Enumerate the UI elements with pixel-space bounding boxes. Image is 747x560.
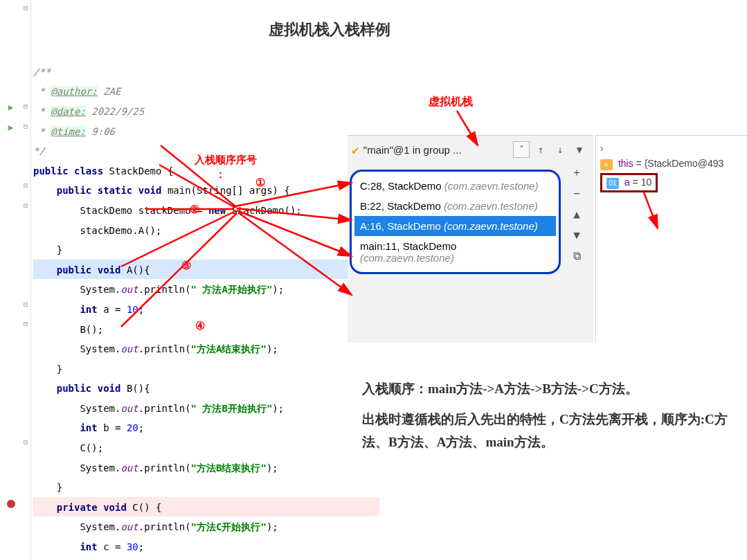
order-num-4: ④ (195, 319, 205, 332)
run-class-icon[interactable]: ▶ (8, 102, 13, 112)
stack-frames-list: C:28, StackDemo (com.zaevn.testone) B:22… (350, 170, 561, 274)
primitive-icon: 01 (606, 178, 619, 189)
filter-icon[interactable]: ▼ (572, 144, 587, 155)
stack-frame[interactable]: C:28, StackDemo (com.zaevn.testone) (354, 176, 556, 196)
stack-frame-selected[interactable]: A:16, StackDemo (com.zaevn.testone) (354, 216, 556, 236)
this-icon: ≡ (600, 159, 613, 170)
copy-button[interactable]: ⧉ (568, 245, 586, 266)
fold-icon[interactable]: ⊟ (24, 201, 28, 209)
editor-gutter: ⊟ ▶ ▶ ⊟ ⊟ ⊟ ⊟ ⊟ ⊟ ⊟ (0, 0, 31, 560)
prev-frame-icon[interactable]: ↑ (533, 144, 548, 155)
javadoc-open: /** (33, 66, 51, 78)
stack-frame[interactable]: main:11, StackDemo (com.zaevn.testone) (354, 236, 556, 268)
push-order-colon: ： (215, 168, 226, 181)
fold-icon[interactable]: ⊟ (24, 181, 28, 189)
explain-p1: 入栈顺序：main方法->A方法->B方法->C方法。 (362, 378, 729, 400)
add-button[interactable]: ＋ (568, 162, 586, 183)
breakpoint-icon[interactable] (7, 500, 15, 508)
diagram-title: 虚拟机栈入栈样例 (269, 19, 390, 40)
order-num-1: ① (255, 176, 265, 189)
fold-icon[interactable]: ⊟ (24, 300, 28, 308)
explanation: 入栈顺序：main方法->A方法->B方法->C方法。 出栈时遵循栈的后入先出的… (362, 378, 729, 453)
var-a-row[interactable]: 01 a = 10 (600, 173, 744, 192)
order-num-3: ③ (181, 259, 191, 272)
up-button[interactable]: ▲ (568, 204, 586, 224)
fold-icon[interactable]: ⊟ (24, 123, 28, 130)
fold-icon[interactable]: ⊟ (24, 438, 28, 446)
fold-icon[interactable]: ⊟ (24, 320, 28, 327)
thread-selector-bar: ✔ "main"@1 in group ... ˅ ↑ ↓ ▼ (348, 136, 593, 163)
var-this-row[interactable]: ≡ this = {StackDemo@493 (600, 158, 744, 170)
down-button[interactable]: ▼ (568, 224, 586, 245)
stack-frame[interactable]: B:22, StackDemo (com.zaevn.testone) (354, 196, 556, 216)
explain-p2: 出栈时遵循栈的后入先出的特性，C方法先离开栈，顺序为:C方法、B方法、A方法、m… (362, 408, 729, 453)
run-main-icon[interactable]: ▶ (8, 123, 13, 132)
vm-stack-label: 虚拟机栈 (429, 95, 473, 109)
remove-button[interactable]: − (568, 183, 586, 204)
frames-side-toolbar: ＋ − ▲ ▼ ⧉ (568, 162, 588, 266)
fold-icon[interactable]: ⊟ (24, 102, 28, 110)
code-editor[interactable]: /** * @author: ZAE * @date: 2022/9/25 * … (33, 3, 302, 560)
fold-icon[interactable]: ⊟ (24, 4, 28, 12)
thread-name: "main"@1 in group ... (363, 144, 512, 156)
variables-panel: › ≡ this = {StackDemo@493 01 a = 10 (595, 135, 747, 343)
var-a-highlight: 01 a = 10 (600, 173, 658, 192)
push-order-label: 入栈顺序序号 (195, 154, 257, 167)
vars-breadcrumb-icon: › (600, 143, 744, 154)
thread-dropdown[interactable]: ˅ (513, 141, 530, 158)
order-num-2: ② (190, 203, 199, 216)
next-frame-icon[interactable]: ↓ (552, 144, 568, 155)
thread-status-icon: ✔ (352, 143, 359, 157)
